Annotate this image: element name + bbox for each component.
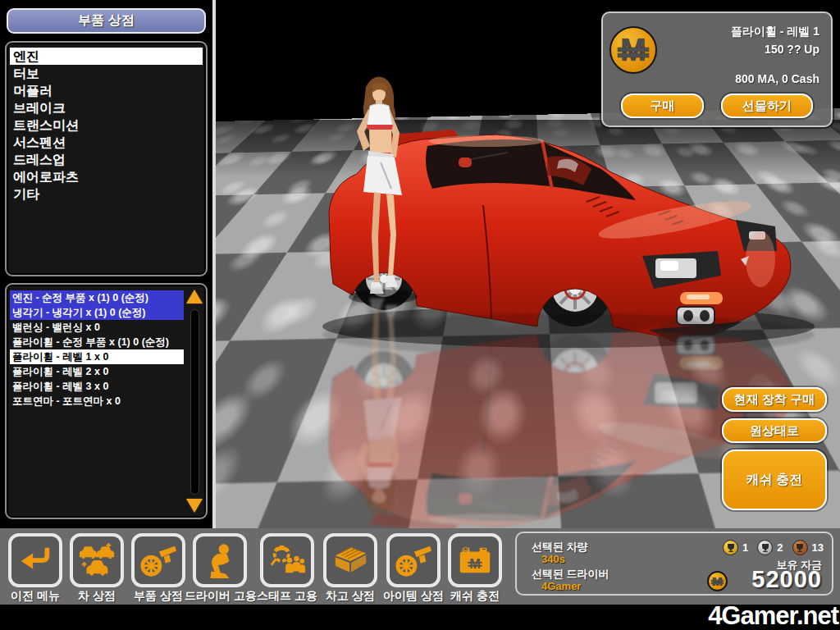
category-item-turbo[interactable]: 터보 <box>10 65 203 82</box>
garage-icon <box>331 541 369 579</box>
menu-item-shop-button[interactable] <box>386 533 441 587</box>
wheel-spoiler-icon <box>395 541 432 579</box>
scroll-down-arrow-icon[interactable] <box>186 499 203 513</box>
menu-cash-charge-button[interactable]: + − M <box>448 533 502 587</box>
bottom-menu-bar: + − M 이전 메뉴 차 상점 부품 상점 드라이버 고용 스태프 고용 차고… <box>0 528 840 605</box>
part-item[interactable]: 밸런싱 - 밸런싱 x 0 <box>10 320 184 335</box>
parts-list: 엔진 - 순정 부품 x (1) 0 (순정) 냉각기 - 냉각기 x (1) … <box>5 283 208 519</box>
part-item[interactable]: 포트연마 - 포트연마 x 0 <box>10 394 184 409</box>
category-item-etc[interactable]: 기타 <box>10 185 203 203</box>
battery-ma-icon: + − M <box>456 541 494 579</box>
bottom-black-strip: 4Gamer.net <box>0 605 840 630</box>
restore-button[interactable]: 원상태로 <box>722 418 827 443</box>
menu-car-shop-button[interactable] <box>70 533 124 587</box>
gold-medal-count: 1 <box>742 541 748 554</box>
scrollbar-track[interactable] <box>190 309 199 495</box>
staff-crew-icon <box>268 541 306 579</box>
svg-text:−: − <box>482 545 486 553</box>
silver-medal-icon <box>757 540 773 555</box>
cash-charge-button[interactable]: 캐쉬 충전 <box>722 450 827 510</box>
medal-counts: 1 2 13 <box>723 540 824 555</box>
part-price: 800 MA, 0 Cash <box>735 72 819 85</box>
selected-driver-value: 4Gamer <box>541 580 581 592</box>
back-arrow-icon <box>16 541 54 579</box>
gold-medal-icon <box>723 540 738 555</box>
category-item-transmission[interactable]: 트랜스미션 <box>10 116 203 134</box>
scroll-up-arrow-icon[interactable] <box>186 290 203 304</box>
wheel-spoiler-icon <box>139 541 177 579</box>
part-item[interactable]: 냉각기 - 냉각기 x (1) 0 (순정) <box>10 305 184 320</box>
category-item-muffler[interactable]: 머플러 <box>10 82 203 99</box>
part-effect: 150 ?? Up <box>765 43 819 56</box>
part-item[interactable]: 플라이휠 - 순정 부품 x (1) 0 (순정) <box>10 335 184 349</box>
4gamer-watermark: 4Gamer.net <box>708 601 838 630</box>
category-item-aeroparts[interactable]: 에어로파츠 <box>10 168 203 185</box>
part-item[interactable]: 플라이휠 - 레벨 2 x 0 <box>10 364 184 379</box>
bronze-medal-count: 13 <box>812 541 824 554</box>
category-item-engine[interactable]: 엔진 <box>10 48 203 65</box>
viewport-divider <box>212 0 216 528</box>
menu-parts-shop-button[interactable] <box>131 533 185 587</box>
category-list: 엔진 터보 머플러 브레이크 트랜스미션 서스펜션 드레스업 에어로파츠 기타 <box>5 41 208 276</box>
menu-hire-staff-button[interactable] <box>260 533 314 587</box>
parts-shop-title-button[interactable]: 부품 상점 <box>7 8 206 34</box>
ma-coin-icon: M <box>609 26 657 74</box>
menu-previous-button[interactable] <box>8 533 62 587</box>
silver-medal-count: 2 <box>777 541 783 554</box>
gift-button[interactable]: 선물하기 <box>721 94 813 118</box>
part-item[interactable]: 플라이휠 - 레벨 3 x 0 <box>10 379 184 394</box>
selected-part-name: 플라이휠 - 레벨 1 <box>731 25 819 39</box>
menu-garage-shop-button[interactable] <box>323 533 377 587</box>
selected-vehicle-value: 340s <box>541 553 565 565</box>
menu-hire-driver-button[interactable] <box>193 533 247 587</box>
bronze-medal-icon <box>792 540 808 555</box>
category-item-dressup[interactable]: 드레스업 <box>10 151 203 168</box>
racing-driver-icon <box>201 541 239 579</box>
buy-button[interactable]: 구매 <box>621 94 704 118</box>
part-item[interactable]: 엔진 - 순정 부품 x (1) 0 (순정) <box>10 290 184 305</box>
category-item-suspension[interactable]: 서스펜션 <box>10 134 203 151</box>
category-item-brake[interactable]: 브레이크 <box>10 99 203 116</box>
menu-label-cash-charge: 캐쉬 충전 <box>430 589 520 604</box>
cars-icon <box>78 541 116 579</box>
buy-equipped-button[interactable]: 현재 장착 구매 <box>722 387 827 412</box>
funds-value: 52000 <box>751 566 822 593</box>
ma-coin-icon: M <box>707 571 728 591</box>
side-mirror <box>459 158 472 167</box>
svg-text:+: + <box>463 546 468 553</box>
status-panel: 선택된 차량 340s 선택된 드라이버 4Gamer 1 2 13 보유 자금… <box>515 532 833 596</box>
part-item[interactable]: 플라이휠 - 레벨 1 x 0 <box>10 349 184 364</box>
